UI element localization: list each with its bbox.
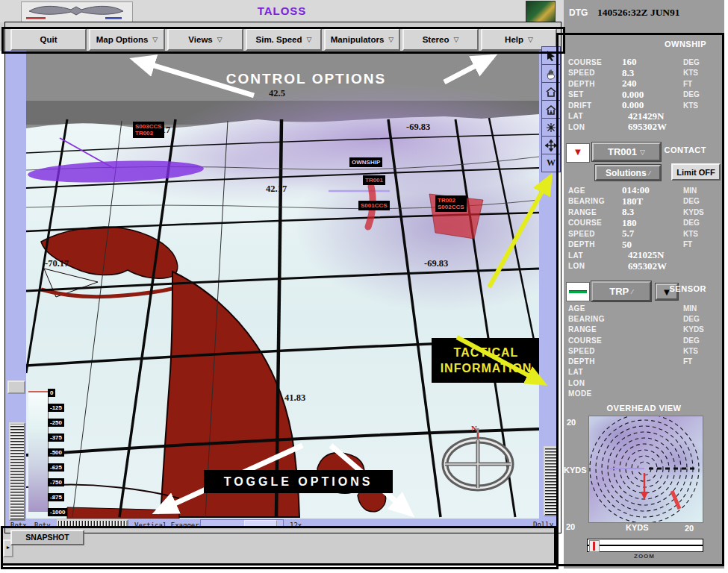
dtg-value: 140526:32Z JUN91 [597, 7, 680, 19]
track-label-s001ccs: S001CCS [358, 201, 390, 210]
dropdown-icon: ▽ [217, 36, 223, 43]
map-3d-view[interactable]: CONTROL OPTIONS 42.5 -69.83 42.17 -70.17… [26, 51, 539, 519]
ownship-section-title: OWNSHIP [665, 40, 706, 48]
dropdown-icon: ▽ [152, 36, 158, 43]
grid-label-lat-42-5: 42.5 [269, 88, 285, 99]
sensor-section-title: SENSOR [670, 284, 706, 293]
overhead-view-plot [588, 416, 703, 523]
left-thumbwheel[interactable] [9, 422, 25, 521]
menu-bar: Quit Map Options▽ Views▽ Sim. Speed▽ Man… [0, 22, 564, 51]
dropdown-slash-icon: ⁄ [632, 288, 633, 295]
dropdown-icon: ▽ [640, 148, 645, 156]
grid-label-lon-69-83-mid: -69.83 [424, 258, 448, 269]
home-view-button[interactable] [541, 82, 561, 101]
dropdown-icon: ▽ [388, 36, 393, 43]
taloss-app: TALOSS Quit Map Options▽ Views▽ Sim. Spe… [0, 0, 728, 573]
grid-label-lat-42-17: 42.17 [266, 184, 287, 195]
dropdown-icon: ▽ [528, 36, 533, 43]
title-bar: TALOSS [0, 0, 564, 22]
depth-tick-250: -250 [48, 419, 64, 427]
left-rail-button[interactable] [7, 381, 25, 394]
sensor-symbol-swatch [566, 282, 590, 301]
depth-tick-125: -125 [48, 404, 64, 412]
dropdown-slash-icon: ⁄ [650, 169, 651, 177]
overhead-view-title: OVERHEAD VIEW [564, 404, 724, 413]
grid-label-lon-70-17: -70.17 [45, 258, 69, 269]
overhead-axis-left: KYDS [564, 466, 587, 475]
contact-section-title: CONTACT [665, 145, 706, 154]
contact-triangle-icon: ▼ [573, 146, 583, 157]
overhead-range-top: 20 [567, 418, 576, 427]
overhead-zoom-label: ZOOM [587, 553, 702, 560]
overhead-range-bottom-right: 20 [685, 524, 694, 533]
overhead-axis-bottom: KYDS [626, 523, 649, 532]
limit-off-button[interactable]: Limit OFF [671, 163, 721, 181]
depth-tick-625: -625 [48, 463, 64, 472]
dolly-thumbwheel[interactable] [544, 446, 559, 516]
menu-views[interactable]: Views▽ [167, 28, 243, 51]
overhead-zoom-handle[interactable] [589, 540, 600, 552]
track-label-tr003: S003CCS TR003 [133, 122, 164, 138]
contact-symbol-swatch: ▼ [566, 143, 590, 163]
snapshot-button[interactable]: SNAPSHOT [10, 530, 84, 545]
view-all-button[interactable] [541, 118, 561, 137]
depth-tick-1000: -1000 [48, 508, 67, 516]
grid-label-lat-41-83: 41.83 [284, 392, 305, 404]
depth-tick-750: -750 [48, 478, 64, 486]
menu-sim-speed[interactable]: Sim. Speed▽ [246, 28, 322, 51]
track-label-tr002: TR002 S002CCS [435, 195, 467, 212]
menu-stereo[interactable]: Stereo▽ [402, 28, 479, 51]
compass-north-label: N [471, 424, 477, 433]
menu-map-options[interactable]: Map Options▽ [89, 28, 165, 51]
contact-selector-dropdown[interactable]: TR001▽ [592, 143, 661, 161]
map-terrain-canvas [26, 51, 539, 519]
dropdown-icon: ▽ [453, 36, 458, 43]
track-label-tr001: TR001 [363, 175, 385, 185]
tactical-data-panel: DTG 140526:32Z JUN91 OWNSHIP COURSE160DE… [564, 0, 724, 569]
dropdown-icon: ▽ [307, 36, 312, 43]
sensor-data-rows: AGEMIN BEARINGDEG RANGEKYDS COURSEDEG SP… [568, 303, 712, 399]
solutions-dropdown[interactable]: Solutions⁄ [595, 165, 661, 181]
overhead-zoom-slider[interactable] [587, 539, 703, 552]
overhead-range-bottom-left: 20 [566, 522, 575, 531]
dtg-label: DTG [569, 7, 588, 18]
sensor-line-icon [569, 290, 587, 293]
menu-manipulators[interactable]: Manipulators▽ [324, 28, 400, 51]
command-seal-logo [526, 1, 556, 23]
sensor-selector-dropdown[interactable]: TRP⁄ [591, 281, 651, 301]
set-home-view-button[interactable] [541, 100, 561, 119]
contact-data-rows: AGE014:00MIN BEARING180TDEG RANGE8.3KYDS… [568, 185, 712, 272]
move-tool-button[interactable] [541, 136, 561, 154]
depth-tick-875: -875 [48, 493, 64, 501]
wireframe-tool-button[interactable]: W [541, 154, 561, 172]
menu-quit[interactable]: Quit [10, 28, 87, 51]
pointer-tool-button[interactable] [541, 46, 561, 65]
depth-tick-0: 0 [48, 389, 55, 397]
grid-label-lon-69-83: -69.83 [406, 122, 430, 133]
depth-tick-375: -375 [48, 433, 64, 442]
depth-color-scale [28, 392, 49, 512]
track-label-ownship: OWNSHIP [349, 157, 382, 167]
depth-tick-500: -500 [48, 448, 64, 457]
app-title: TALOSS [0, 4, 564, 17]
pan-hand-tool-button[interactable] [541, 64, 561, 83]
ownship-data-rows: COURSE160DEG SPEED8.3KTS DEPTH240FT SET0… [568, 57, 712, 133]
